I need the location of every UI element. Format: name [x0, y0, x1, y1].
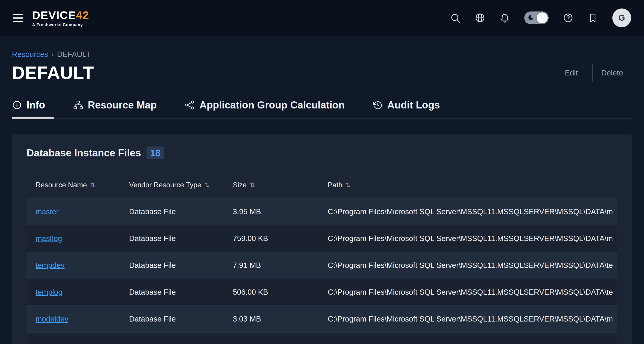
table-body: master Database File 3.95 MB C:\Program …: [27, 198, 617, 332]
page-title: DEFAULT: [12, 62, 94, 83]
tab-info[interactable]: Info: [12, 99, 54, 118]
logo-42: 42: [76, 9, 89, 21]
breadcrumb-current: DEFAULT: [57, 50, 90, 59]
size-cell: 506.00 KB: [224, 288, 319, 296]
sitemap-icon: [73, 100, 83, 110]
resource-name-link[interactable]: tempdev: [36, 261, 65, 270]
help-icon[interactable]: [563, 12, 573, 23]
sort-icon: ⇅: [346, 182, 351, 189]
bookmark-icon[interactable]: [588, 12, 598, 23]
delete-button[interactable]: Delete: [592, 62, 632, 83]
column-header-resource-name[interactable]: Resource Name ⇅: [27, 181, 120, 189]
vendor-type-cell: Database File: [120, 261, 224, 270]
vendor-type-cell: Database File: [120, 207, 224, 216]
column-header-path[interactable]: Path ⇅: [319, 181, 617, 189]
count-badge: 18: [146, 146, 164, 160]
notifications-bell-icon[interactable]: [500, 12, 510, 23]
table-row: modeldev Database File 3.03 MB C:\Progra…: [27, 306, 617, 332]
tab-label: Resource Map: [88, 99, 157, 111]
logo-text: DEVICE42: [32, 9, 89, 22]
group-calc-network-icon: [184, 100, 195, 110]
size-cell: 759.00 KB: [224, 234, 319, 243]
breadcrumb-separator: ›: [51, 50, 54, 59]
table-row: tempdev Database File 7.91 MB C:\Program…: [27, 252, 617, 279]
card-title: Database Instance Files: [26, 147, 141, 159]
resource-name-link[interactable]: mastlog: [36, 234, 62, 243]
tab-resource-map[interactable]: Resource Map: [73, 99, 166, 118]
size-cell: 3.95 MB: [224, 207, 319, 216]
device42-logo[interactable]: DEVICE42 A Freshworks Company: [32, 9, 89, 27]
vendor-type-cell: Database File: [120, 315, 224, 323]
sort-icon: ⇅: [90, 182, 96, 189]
edit-button[interactable]: Edit: [556, 62, 587, 83]
column-header-vendor-resource-type[interactable]: Vendor Resource Type ⇅: [120, 181, 224, 189]
table-row-partial: [27, 332, 617, 344]
logo-subtitle: A Freshworks Company: [32, 22, 89, 27]
breadcrumb-resources-link[interactable]: Resources: [12, 50, 48, 59]
history-icon: [373, 100, 383, 110]
table-row: mastlog Database File 759.00 KB C:\Progr…: [27, 225, 617, 252]
database-instance-files-card: Database Instance Files 18 Resource Name…: [12, 134, 632, 344]
dark-mode-toggle[interactable]: [524, 12, 548, 24]
moon-icon: [526, 14, 534, 22]
path-cell: C:\Program Files\Microsoft SQL Server\MS…: [319, 315, 617, 323]
tab-label: Audit Logs: [387, 99, 440, 111]
vendor-type-cell: Database File: [120, 288, 224, 296]
table-row: templog Database File 506.00 KB C:\Progr…: [27, 279, 617, 306]
size-cell: 7.91 MB: [224, 261, 319, 270]
column-label: Size: [233, 181, 246, 189]
info-icon: [12, 100, 22, 110]
toggle-knob: [537, 12, 548, 24]
table-row: master Database File 3.95 MB C:\Program …: [27, 198, 617, 225]
column-label: Path: [328, 181, 342, 189]
path-cell: C:\Program Files\Microsoft SQL Server\MS…: [319, 261, 617, 270]
globe-icon[interactable]: [475, 12, 485, 23]
vendor-type-cell: Database File: [120, 234, 224, 243]
resource-name-link[interactable]: templog: [36, 288, 62, 296]
files-table: Resource Name ⇅ Vendor Resource Type ⇅ S…: [26, 172, 618, 344]
user-avatar[interactable]: G: [612, 8, 631, 27]
path-cell: C:\Program Files\Microsoft SQL Server\MS…: [319, 207, 617, 216]
column-header-size[interactable]: Size ⇅: [224, 181, 319, 189]
resource-name-link[interactable]: modeldev: [36, 315, 68, 323]
search-icon[interactable]: [450, 12, 460, 23]
column-label: Resource Name: [36, 181, 87, 189]
column-label: Vendor Resource Type: [129, 181, 201, 189]
tab-application-group-calculation[interactable]: Application Group Calculation: [184, 99, 353, 118]
resource-name-link[interactable]: master: [36, 207, 59, 216]
main-content: Resources › DEFAULT DEFAULT Edit Delete …: [0, 50, 644, 344]
tab-bar: Info Resource Map Application Group Calc…: [12, 99, 632, 118]
tab-audit-logs[interactable]: Audit Logs: [373, 99, 449, 118]
tab-label: Application Group Calculation: [199, 99, 344, 111]
topbar: DEVICE42 A Freshworks Company G: [0, 0, 644, 36]
hamburger-menu-icon[interactable]: [13, 14, 24, 22]
breadcrumb: Resources › DEFAULT: [12, 50, 632, 59]
table-header-row: Resource Name ⇅ Vendor Resource Type ⇅ S…: [27, 172, 617, 198]
path-cell: C:\Program Files\Microsoft SQL Server\MS…: [319, 234, 617, 243]
sort-icon: ⇅: [250, 182, 255, 189]
sort-icon: ⇅: [204, 182, 210, 189]
size-cell: 3.03 MB: [224, 315, 319, 323]
tab-label: Info: [26, 99, 45, 111]
path-cell: C:\Program Files\Microsoft SQL Server\MS…: [319, 288, 617, 296]
